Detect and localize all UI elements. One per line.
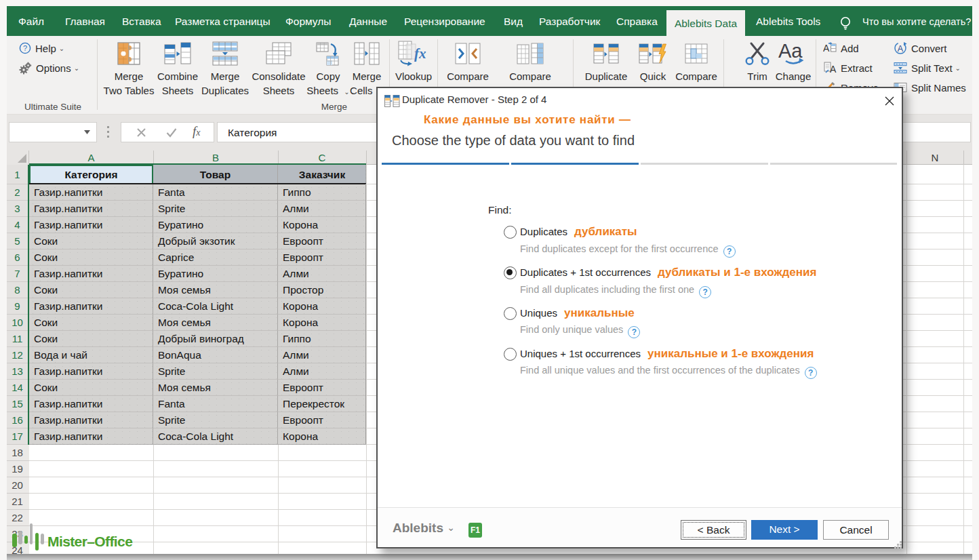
svg-text:A: A xyxy=(830,64,837,75)
svg-text:?: ? xyxy=(23,44,27,52)
svg-text:A: A xyxy=(823,43,830,54)
svg-text:Aa: Aa xyxy=(778,41,803,62)
svg-text:fx: fx xyxy=(414,45,426,62)
svg-text:A: A xyxy=(898,44,904,54)
